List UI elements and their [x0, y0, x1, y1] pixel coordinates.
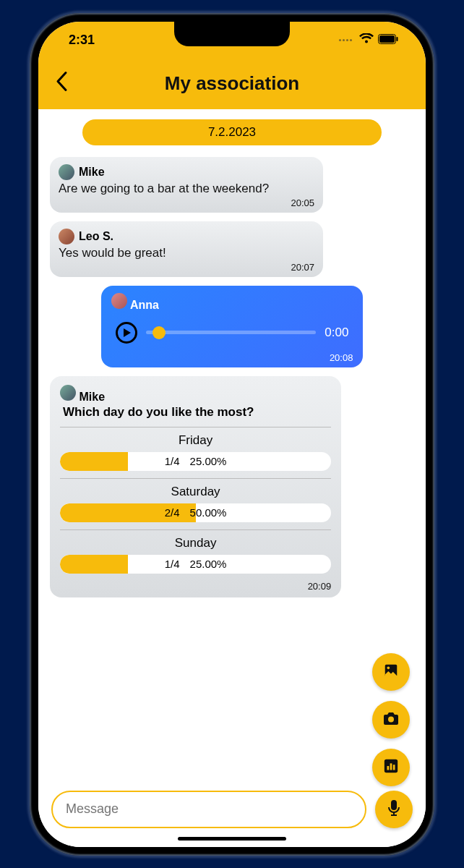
message-bubble[interactable]: Mike Are we going to a bar at the weeken…: [50, 157, 323, 213]
voice-message-bubble[interactable]: Anna 0:00 20:08: [101, 286, 364, 367]
poll-button[interactable]: [372, 749, 410, 786]
chat-scroll[interactable]: 7.2.2023 Mike Are we going to a bar at t…: [38, 109, 426, 783]
avatar: [59, 164, 74, 180]
date-separator: 7.2.2023: [82, 119, 381, 145]
svg-rect-1: [379, 35, 395, 43]
poll-percent: 50.00%: [190, 506, 227, 519]
poll-count: 2/4: [165, 506, 180, 519]
wifi-icon: [359, 33, 374, 48]
poll-option-label: Friday: [60, 433, 331, 448]
poll-bubble[interactable]: Mike Which day do you like the most? Fri…: [50, 376, 341, 597]
poll-question: Which day do you like the most?: [63, 405, 331, 420]
poll-fill: [60, 555, 128, 574]
phone-frame: 2:31 My association 7.2.2023: [30, 13, 434, 856]
status-right: [339, 33, 398, 48]
camera-button[interactable]: [372, 701, 410, 739]
svg-rect-7: [387, 766, 390, 770]
poll-percent: 25.00%: [190, 455, 227, 467]
audio-slider[interactable]: [146, 331, 317, 334]
screen: 2:31 My association 7.2.2023: [38, 22, 426, 847]
svg-point-5: [388, 716, 394, 722]
svg-point-4: [387, 666, 390, 669]
camera-icon: [382, 710, 400, 729]
poll-count: 1/4: [165, 455, 180, 467]
battery-icon: [378, 33, 398, 48]
poll-bar: 1/4 25.00%: [60, 452, 331, 471]
message-time: 20:09: [60, 581, 331, 592]
message-bubble[interactable]: Leo S. Yes would be great! 20:07: [50, 221, 323, 277]
mic-icon: [387, 799, 400, 820]
chart-icon: [383, 758, 399, 777]
sender-name: Mike: [79, 166, 105, 179]
svg-rect-2: [397, 37, 398, 41]
svg-rect-10: [391, 800, 397, 810]
poll-option-label: Saturday: [60, 485, 331, 499]
status-dots-icon: [339, 39, 352, 41]
message-input[interactable]: [51, 791, 366, 828]
poll-count: 1/4: [165, 558, 180, 570]
poll-bar: 2/4 50.00%: [60, 503, 331, 522]
sender-name: Anna: [130, 299, 159, 311]
poll-fill: [60, 452, 128, 471]
chat-header: My association: [38, 59, 426, 109]
play-icon: [124, 328, 131, 337]
back-button[interactable]: [56, 72, 69, 97]
image-icon: [383, 663, 399, 681]
avatar: [111, 293, 127, 309]
page-title: My association: [165, 72, 299, 95]
image-button[interactable]: [372, 653, 410, 691]
poll-option[interactable]: Friday 1/4 25.00%: [60, 427, 331, 478]
message-time: 20:05: [59, 197, 314, 208]
audio-duration: 0:00: [325, 326, 348, 340]
poll-bar: 1/4 25.00%: [60, 555, 331, 574]
poll-option-label: Sunday: [60, 536, 331, 550]
message-time: 20:07: [59, 262, 314, 273]
sender-name: Mike: [79, 391, 105, 403]
sender-name: Leo S.: [79, 230, 113, 243]
avatar: [59, 229, 74, 244]
status-time: 2:31: [69, 33, 95, 48]
play-button[interactable]: [116, 322, 137, 344]
message-time: 20:08: [111, 352, 353, 363]
poll-option[interactable]: Sunday 1/4 25.00%: [60, 529, 331, 581]
fab-column: [372, 653, 410, 786]
poll-percent: 25.00%: [190, 558, 227, 570]
poll-option[interactable]: Saturday 2/4 50.00%: [60, 478, 331, 529]
svg-rect-8: [390, 763, 392, 770]
mic-button[interactable]: [375, 791, 413, 828]
message-text: Yes would be great!: [59, 246, 314, 260]
svg-rect-9: [393, 765, 395, 770]
home-indicator: [178, 837, 286, 841]
slider-thumb[interactable]: [152, 326, 166, 339]
notch: [174, 22, 290, 46]
message-text: Are we going to a bar at the weekend?: [59, 182, 314, 196]
avatar: [60, 385, 76, 401]
